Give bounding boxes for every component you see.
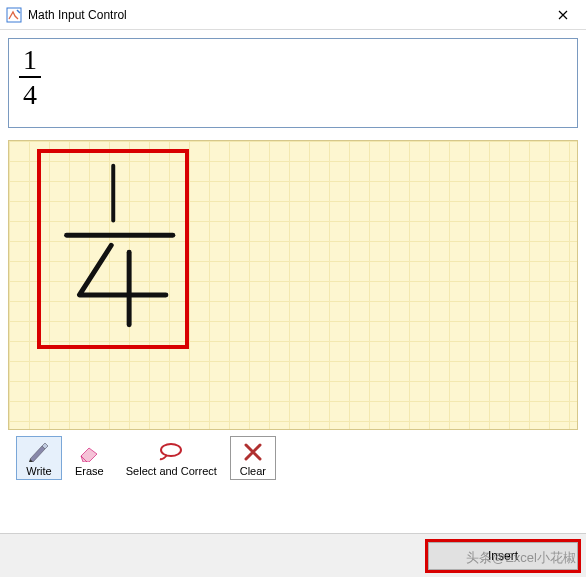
lasso-icon	[157, 441, 185, 463]
ink-canvas[interactable]	[8, 140, 578, 430]
content-area: 1 4 Write	[0, 30, 586, 490]
select-correct-label: Select and Correct	[126, 465, 217, 477]
fraction-display: 1 4	[19, 45, 41, 110]
toolbar: Write Erase Select and Correct	[8, 430, 578, 482]
clear-button[interactable]: Clear	[230, 436, 276, 480]
write-button[interactable]: Write	[16, 436, 62, 480]
clear-label: Clear	[240, 465, 266, 477]
close-button[interactable]	[540, 0, 586, 30]
close-icon	[558, 10, 568, 20]
erase-label: Erase	[75, 465, 104, 477]
eraser-icon	[75, 441, 103, 463]
pencil-icon	[25, 441, 53, 463]
clear-icon	[239, 441, 267, 463]
select-correct-button[interactable]: Select and Correct	[117, 436, 226, 480]
fraction-denominator: 4	[19, 80, 41, 109]
svg-point-1	[161, 444, 181, 456]
app-icon	[6, 7, 22, 23]
erase-button[interactable]: Erase	[66, 436, 113, 480]
math-preview: 1 4	[8, 38, 578, 128]
fraction-bar	[19, 76, 41, 78]
insert-button[interactable]: Insert	[428, 542, 578, 570]
handwriting-ink	[9, 141, 577, 429]
window-title: Math Input Control	[28, 8, 540, 22]
fraction-numerator: 1	[19, 45, 41, 74]
write-label: Write	[26, 465, 51, 477]
bottom-bar: Insert	[0, 533, 586, 577]
titlebar: Math Input Control	[0, 0, 586, 30]
